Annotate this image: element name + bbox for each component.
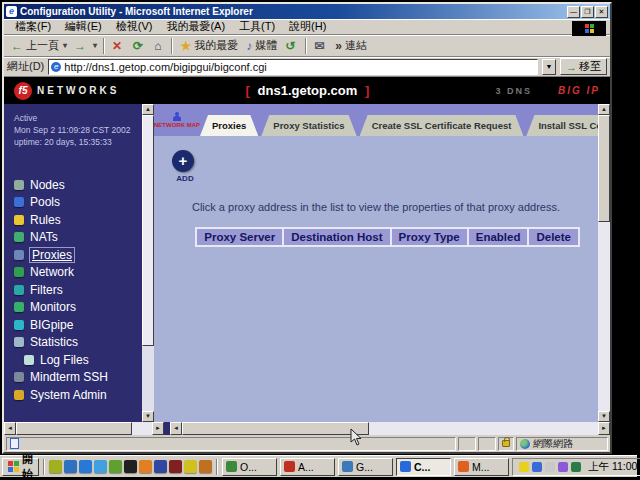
menu-item[interactable]: 工具(T) xyxy=(232,18,282,35)
scrollbar-thumb[interactable] xyxy=(598,115,610,222)
system-tray: 上午 11:00 xyxy=(512,458,640,476)
back-button[interactable]: ← 上一頁 xyxy=(7,37,63,54)
task-window-button[interactable]: A... xyxy=(280,458,335,476)
quick-launch-icon-1[interactable] xyxy=(49,460,62,473)
task-window-icon xyxy=(400,461,411,472)
maximize-button[interactable]: ❐ xyxy=(581,6,594,18)
quick-launch-icon-4[interactable] xyxy=(94,460,107,473)
display-icon[interactable] xyxy=(558,462,568,472)
sidebar-item[interactable]: Proxies xyxy=(14,246,142,264)
table-header-cell[interactable]: Proxy Type xyxy=(392,229,467,245)
menu-item[interactable]: 我的最愛(A) xyxy=(159,18,232,35)
scroll-left-icon[interactable]: ◄ xyxy=(170,422,182,435)
address-dropdown[interactable]: ▼ xyxy=(542,59,556,75)
sidebar-item[interactable]: System Admin xyxy=(14,386,142,404)
document-icon xyxy=(10,438,19,449)
links-button[interactable]: » 連結 xyxy=(331,37,371,54)
input-method-icon[interactable] xyxy=(519,462,529,472)
task-window-button[interactable]: C... xyxy=(396,458,451,476)
tab[interactable]: Proxy Statistics xyxy=(261,115,356,136)
title-bar[interactable]: e Configuration Utility - Microsoft Inte… xyxy=(4,4,610,19)
quick-launch-icon-3[interactable] xyxy=(79,460,92,473)
table-header-cell[interactable]: Delete xyxy=(529,229,578,245)
quick-launch-icon-11[interactable] xyxy=(199,460,212,473)
quick-launch-icon-9[interactable] xyxy=(169,460,182,473)
main-hscrollbar[interactable]: ◄ ► xyxy=(170,422,610,435)
add-proxy-button[interactable]: + ADD xyxy=(172,150,198,183)
quick-launch-icon-5[interactable] xyxy=(109,460,122,473)
menu-item[interactable]: 檔案(F) xyxy=(8,18,58,35)
sidebar-item[interactable]: Rules xyxy=(14,211,142,229)
tab[interactable]: Install SSL Certif xyxy=(526,115,598,136)
antivirus-icon[interactable] xyxy=(571,462,581,472)
quick-launch-icon-8[interactable] xyxy=(154,460,167,473)
scroll-down-icon[interactable]: ▼ xyxy=(142,411,154,422)
table-header-cell[interactable]: Enabled xyxy=(469,229,528,245)
scrollbar-thumb[interactable] xyxy=(142,115,154,346)
task-window-button[interactable]: M... xyxy=(454,458,509,476)
refresh-button[interactable]: ⟳ xyxy=(129,38,150,54)
sidebar-item[interactable]: Pools xyxy=(14,194,142,212)
mail-button[interactable]: ✉ xyxy=(310,38,331,54)
scroll-right-icon[interactable]: ► xyxy=(152,422,164,435)
address-input[interactable]: e http://dns1.getop.com/bigipgui/bigconf… xyxy=(48,59,538,75)
forward-dropdown[interactable]: ▾ xyxy=(93,40,100,51)
quick-launch-icon-10[interactable] xyxy=(184,460,197,473)
network-tray-icon[interactable] xyxy=(532,462,542,472)
quick-launch-icon-2[interactable] xyxy=(64,460,77,473)
menu-item[interactable]: 說明(H) xyxy=(282,18,333,35)
network-map-button[interactable]: NETWORK MAP xyxy=(154,104,200,136)
toolbar-separator[interactable] xyxy=(305,38,307,54)
scroll-up-icon[interactable]: ▲ xyxy=(142,104,154,115)
sidebar-item[interactable]: NATs xyxy=(14,229,142,247)
main-scrollbar[interactable]: ▲ ▼ xyxy=(598,104,610,422)
sidebar-item[interactable]: Statistics xyxy=(14,334,142,352)
table-header-cell[interactable]: Destination Host xyxy=(284,229,389,245)
statistics-icon xyxy=(14,337,24,347)
add-icon[interactable]: + xyxy=(172,150,194,172)
sidebar-item[interactable]: BIGpipe xyxy=(14,316,142,334)
sidebar-item[interactable]: Network xyxy=(14,264,142,282)
status-bar: 網際網路 xyxy=(4,435,610,452)
sidebar-scrollbar[interactable]: ▲ ▼ xyxy=(142,104,154,422)
volume-icon[interactable] xyxy=(545,462,555,472)
start-button[interactable]: 開始 xyxy=(2,458,39,476)
sidebar-item[interactable]: Nodes xyxy=(14,176,142,194)
favorites-button[interactable]: ★ 我的最愛 xyxy=(176,37,242,54)
scroll-left-icon[interactable]: ◄ xyxy=(4,422,16,435)
minimize-button[interactable]: — xyxy=(567,6,580,18)
sidebar-hscrollbar[interactable]: ◄ ► xyxy=(4,422,164,435)
scroll-down-icon[interactable]: ▼ xyxy=(598,411,610,422)
toolbar-separator[interactable] xyxy=(103,38,105,54)
sidebar-item[interactable]: Log Files xyxy=(14,351,142,369)
taskbar-divider xyxy=(216,459,218,475)
menu-item[interactable]: 編輯(E) xyxy=(58,18,109,35)
status-pane xyxy=(478,437,496,451)
tab[interactable]: Create SSL Certificate Request xyxy=(360,115,524,136)
quick-launch-icon-6[interactable] xyxy=(124,460,137,473)
history-button[interactable]: ↺ xyxy=(281,38,302,54)
back-dropdown[interactable]: ▾ xyxy=(63,40,70,51)
scroll-right-icon[interactable]: ► xyxy=(598,422,610,435)
scroll-up-icon[interactable]: ▲ xyxy=(598,104,610,115)
quick-launch-icon-7[interactable] xyxy=(139,460,152,473)
table-header-cell[interactable]: Proxy Server xyxy=(197,229,282,245)
sidebar-item[interactable]: Filters xyxy=(14,281,142,299)
sidebar-item[interactable]: Mindterm SSH xyxy=(14,369,142,387)
menu-item[interactable]: 檢視(V) xyxy=(109,18,160,35)
window-title: Configuration Utility - Microsoft Intern… xyxy=(20,6,567,17)
go-button[interactable]: → 移至 xyxy=(560,58,607,75)
stop-button[interactable]: ✕ xyxy=(108,38,129,54)
media-button[interactable]: ♪ 媒體 xyxy=(242,37,281,54)
tab[interactable]: Proxies xyxy=(200,115,258,136)
quick-launch-bar xyxy=(49,460,212,473)
sidebar-item[interactable]: Monitors xyxy=(14,299,142,317)
clock[interactable]: 上午 11:00 xyxy=(584,460,637,474)
home-button[interactable]: ⌂ xyxy=(150,38,168,54)
forward-button[interactable]: → xyxy=(70,38,93,54)
toolbar-separator[interactable] xyxy=(171,38,173,54)
task-window-button[interactable]: O... xyxy=(222,458,277,476)
close-button[interactable]: ✕ xyxy=(595,6,608,18)
sidebar-content: Active Mon Sep 2 11:09:28 CST 2002 uptim… xyxy=(4,104,142,422)
task-window-button[interactable]: G... xyxy=(338,458,393,476)
